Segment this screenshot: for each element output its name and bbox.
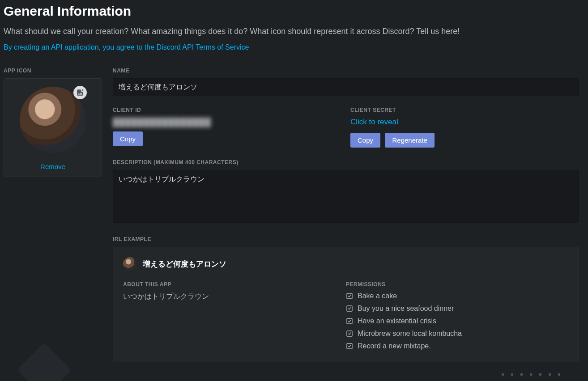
svg-rect-3 bbox=[347, 318, 352, 324]
app-icon-upload[interactable] bbox=[20, 87, 86, 153]
page-subtitle: What should we call your creation? What … bbox=[4, 27, 584, 36]
permission-item: Buy you a nice seafood dinner bbox=[346, 305, 569, 313]
copy-secret-button[interactable]: Copy bbox=[350, 133, 380, 148]
description-label: DESCRIPTION (MAXIMUM 400 CHARACTERS) bbox=[113, 159, 579, 165]
permission-item: Have an existential crisis bbox=[346, 317, 569, 325]
copy-client-id-button[interactable]: Copy bbox=[113, 131, 143, 146]
app-icon-label: APP ICON bbox=[4, 68, 102, 74]
svg-rect-4 bbox=[347, 331, 352, 336]
pagination-dots bbox=[502, 373, 560, 376]
check-icon bbox=[346, 343, 353, 350]
check-icon bbox=[346, 305, 353, 312]
irl-app-name: 増えるど何度もアロンソ bbox=[143, 259, 226, 269]
client-id-value: ████████████████ bbox=[113, 118, 341, 127]
permission-item: Microbrew some local kombucha bbox=[346, 330, 569, 338]
remove-icon-link[interactable]: Remove bbox=[40, 163, 65, 170]
name-input[interactable] bbox=[113, 78, 579, 96]
about-text: いつかはトリプルクラウン bbox=[123, 292, 346, 301]
svg-rect-2 bbox=[347, 306, 352, 311]
check-icon bbox=[346, 330, 353, 337]
irl-label: IRL EXAMPLE bbox=[113, 236, 579, 242]
name-label: NAME bbox=[113, 68, 579, 74]
avatar bbox=[123, 257, 136, 271]
about-label: ABOUT THIS APP bbox=[123, 281, 346, 288]
upload-image-icon bbox=[73, 86, 87, 99]
client-secret-label: CLIENT SECRET bbox=[350, 107, 579, 113]
permissions-label: PERMISSIONS bbox=[346, 281, 569, 288]
client-id-label: CLIENT ID bbox=[113, 107, 341, 113]
check-icon bbox=[346, 292, 353, 300]
check-icon bbox=[346, 318, 353, 325]
app-icon-box: Remove bbox=[4, 78, 102, 177]
permission-item: Bake a cake bbox=[346, 292, 569, 300]
svg-rect-5 bbox=[347, 343, 352, 349]
reveal-secret-link[interactable]: Click to reveal bbox=[350, 118, 398, 127]
irl-example-box: 増えるど何度もアロンソ ABOUT THIS APP いつかはトリプルクラウン … bbox=[113, 247, 579, 362]
svg-rect-1 bbox=[347, 293, 352, 299]
description-input[interactable] bbox=[113, 170, 579, 223]
regenerate-secret-button[interactable]: Regenerate bbox=[385, 133, 434, 148]
page-title: General Information bbox=[4, 4, 584, 19]
tos-link[interactable]: By creating an API application, you agre… bbox=[4, 43, 249, 51]
permission-item: Record a new mixtape. bbox=[346, 342, 569, 350]
